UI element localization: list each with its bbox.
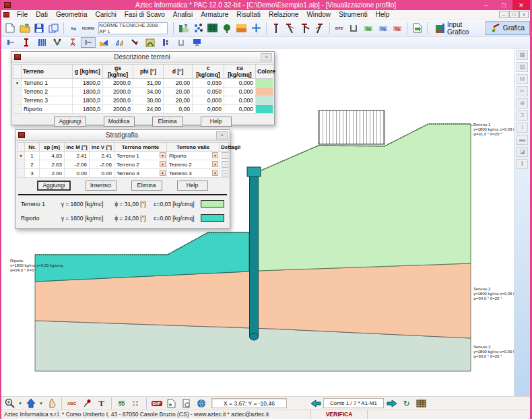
pan-up-icon[interactable] — [24, 397, 38, 410]
help-globe-icon[interactable] — [194, 397, 208, 410]
menu-fasi-di-scavo[interactable]: Fasi di Scavo — [121, 10, 169, 20]
mdi-minimize-button[interactable]: – — [499, 11, 508, 18]
pile-vertical-icon[interactable] — [269, 21, 284, 36]
section-points-icon[interactable] — [158, 37, 173, 48]
input-grafico-button[interactable]: Input Grafico — [430, 21, 485, 35]
table-row[interactable]: 2 2.63 -2.06 -2.06 Terreno 2▼ Terreno 2▼… — [18, 160, 229, 169]
help-button[interactable]: Help — [177, 181, 208, 191]
moment-curve-icon[interactable]: ↻ — [399, 397, 413, 410]
row-selected-marker[interactable]: ● — [13, 79, 22, 88]
load-profile-icon[interactable] — [65, 37, 80, 48]
menu-analisi[interactable]: Analisi — [169, 10, 197, 20]
descrizione-terreni-titlebar[interactable]: Descrizione terreni × — [11, 52, 274, 63]
percent-blue-icon[interactable]: % — [376, 21, 390, 36]
wall-texture-icon[interactable] — [205, 21, 220, 36]
wall-query-icon[interactable]: ? — [176, 21, 191, 36]
prev-combination-button[interactable] — [308, 397, 323, 410]
dropdown-icon[interactable]: ▼ — [212, 161, 218, 167]
pile-inclined-left-icon[interactable] — [284, 21, 298, 36]
columns-icon[interactable]: ‖ — [517, 159, 528, 169]
table-row[interactable]: Riporto1800,02000,024,000,000,0000,000 — [13, 105, 273, 114]
dialog-close-icon[interactable]: × — [216, 131, 228, 139]
arrow-down-right-icon[interactable] — [127, 37, 142, 48]
soil-layers-icon[interactable] — [235, 21, 249, 36]
percent-green-icon[interactable]: % — [362, 21, 376, 36]
save-icon[interactable] — [32, 21, 46, 36]
terreni-table[interactable]: Terreno g [kg/mc] gs [kg/mc] phi [°] d [… — [13, 64, 273, 114]
zoom-icon[interactable] — [3, 397, 17, 410]
axes-cross-icon[interactable] — [249, 21, 263, 36]
normative-icon[interactable]: NORM — [81, 21, 96, 36]
menu-window[interactable]: Window — [302, 10, 335, 20]
mdi-restore-button[interactable]: □ — [509, 11, 519, 18]
mdi-close-button[interactable]: × — [519, 11, 529, 18]
dropdown-icon[interactable]: ▼ — [212, 152, 218, 158]
menu-dati[interactable]: Dati — [32, 10, 52, 20]
maximize-button[interactable]: □ — [495, 0, 512, 10]
pin-icon[interactable] — [79, 397, 94, 410]
sd-dimension-icon[interactable]: SD — [114, 397, 129, 410]
table-row[interactable]: ● 1 4.83 2.41 2.41 Terreno 1▼ Riporto▼ .… — [18, 152, 229, 160]
dropdown-icon[interactable]: ▼ — [160, 152, 166, 158]
dropdown-icon[interactable]: ▼ — [160, 170, 166, 176]
slope-fill-icon[interactable] — [96, 37, 111, 48]
view-3d-icon[interactable]: 3 — [517, 110, 528, 121]
stratigrafia-titlebar[interactable]: Stratigrafia × — [15, 130, 230, 141]
row-selected-marker[interactable]: ● — [18, 152, 25, 160]
paint-icon[interactable]: ◪ — [517, 147, 528, 157]
menu-file[interactable]: File — [13, 10, 32, 20]
mesh-view-icon[interactable] — [143, 37, 158, 48]
table-row[interactable]: ● Terreno 11800,02000,031,0020,000,0300,… — [13, 79, 273, 88]
pile-anchored-icon[interactable] — [298, 21, 312, 36]
help-button[interactable]: Help — [201, 117, 232, 127]
tree-icon[interactable] — [220, 21, 234, 36]
dialog-close-icon[interactable]: × — [261, 53, 272, 61]
panel-icon[interactable]: ▦ — [517, 50, 528, 60]
export-document-icon[interactable] — [410, 21, 424, 36]
pile-row-icon[interactable] — [34, 37, 49, 48]
wall-left-icon[interactable] — [3, 37, 18, 48]
next-combination-button[interactable] — [385, 397, 399, 410]
drawing-canvas[interactable]: Riporto γ=1800 kg/mc c=0,00 kg/cmq φ=24,… — [1, 49, 514, 396]
spellcheck-icon[interactable]: ABC — [65, 397, 79, 410]
menu-armature[interactable]: Armature — [197, 10, 232, 20]
dropdown-icon[interactable]: ▼ — [212, 170, 218, 176]
pile-inclined-right-icon[interactable] — [312, 21, 327, 36]
bracket-icon[interactable] — [174, 37, 189, 48]
units-kgcm-icon[interactable]: kg — [67, 21, 81, 36]
text-tool-icon[interactable]: T — [94, 397, 108, 410]
menu-help[interactable]: Help — [372, 10, 394, 20]
inserisci-button[interactable]: Inserisci — [86, 181, 117, 191]
elimina-button[interactable]: Elimina — [131, 181, 162, 191]
grafica-button[interactable]: Grafica — [486, 21, 530, 35]
menu-carichi[interactable]: Carichi — [92, 10, 121, 20]
results-table-icon[interactable] — [414, 397, 428, 410]
modifica-button[interactable]: Modifica — [104, 117, 135, 127]
aggiungi-button[interactable]: Aggiungi — [37, 181, 70, 191]
target-icon[interactable]: ⊕ — [517, 98, 528, 108]
profile-view-icon[interactable] — [81, 37, 96, 48]
print-preview-icon[interactable] — [179, 397, 193, 410]
norme-tecniche-combo[interactable]: NORME TECNICHE 2008 - AP 1 — [98, 22, 168, 34]
menu-relazione[interactable]: Relazione — [265, 10, 302, 20]
table-row[interactable]: 3 2.00 0.00 0.00 Terreno 3▼ Terreno 3▼ .… — [18, 169, 229, 178]
hand-pan-icon[interactable] — [44, 397, 59, 410]
dxf-export-icon[interactable]: DXF — [149, 397, 164, 410]
u-section-icon[interactable] — [347, 21, 361, 36]
copy-icon[interactable] — [47, 21, 61, 36]
aggiungi-button[interactable]: Aggiungi — [54, 117, 86, 127]
section-i-icon[interactable] — [19, 37, 34, 48]
scheme-points-icon[interactable] — [191, 21, 205, 36]
zoom-dropdown-icon[interactable]: ▼ — [18, 401, 23, 406]
new-file-icon[interactable] — [3, 21, 18, 36]
box-icon[interactable]: ▬ — [517, 135, 528, 145]
combination-selector[interactable]: Comb 1 / 7 * A1-M1 — [323, 398, 384, 408]
grid-dots-icon[interactable] — [129, 397, 143, 410]
export-image-icon[interactable] — [164, 397, 178, 410]
monitor-icon[interactable] — [189, 37, 204, 48]
table-row[interactable]: Terreno 21800,02000,034,0020,000,0500,00… — [13, 88, 273, 96]
dfz-load-icon[interactable]: DFZ — [333, 21, 347, 36]
open-folder-icon[interactable] — [18, 21, 32, 36]
close-button[interactable]: ✕ — [512, 0, 530, 10]
dettagli-button[interactable]: ... — [222, 170, 229, 176]
